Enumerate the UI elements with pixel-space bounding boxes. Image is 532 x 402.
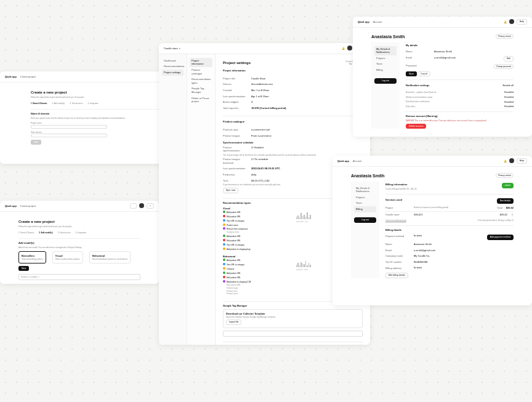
import-button[interactable]: Import file <box>226 320 241 325</box>
nav-projects[interactable]: Projects <box>354 195 376 201</box>
next-button[interactable]: Next <box>31 140 41 145</box>
nav-details[interactable]: My Details & Notifications <box>354 185 376 195</box>
nav-billing[interactable]: Billing <box>374 67 397 73</box>
toggle[interactable]: Enabled <box>504 90 514 94</box>
enable-all-toggle[interactable]: Enable all <box>502 84 514 87</box>
store-domain-input[interactable] <box>31 134 107 137</box>
bell-icon[interactable] <box>342 47 345 50</box>
list-item[interactable]: View URL to category <box>227 244 244 246</box>
learn-link[interactable]: Learn more about pricing <box>385 219 406 222</box>
model-card-visual[interactable]: Visual Show visually similar products <box>52 251 83 263</box>
brand[interactable]: Qwak app <box>5 204 17 208</box>
step-4[interactable]: 4. Integration <box>87 102 99 105</box>
subnav-gtm[interactable]: Google Tag Manager <box>190 86 212 95</box>
project-dropdown[interactable]: Candle store <box>164 47 180 50</box>
subnav-delete[interactable]: Delete or Pause project <box>190 95 212 105</box>
delete-account-button[interactable]: Delete account <box>406 124 426 129</box>
next-button[interactable]: Next <box>18 266 29 271</box>
nav-projects[interactable]: Projects <box>374 55 397 62</box>
list-item[interactable]: Edit product URL <box>227 276 241 279</box>
toggle[interactable]: Enabled <box>504 105 514 108</box>
avatar[interactable] <box>509 19 514 24</box>
nav-billing[interactable]: Billing <box>354 206 376 212</box>
list-item[interactable]: Default image <box>227 287 238 289</box>
list-item[interactable]: Add product URL <box>227 211 241 214</box>
list-item[interactable]: Edit product URL <box>227 239 241 242</box>
list-item[interactable]: Add product to shopping bag <box>227 248 250 251</box>
nav-team[interactable]: Team <box>354 200 376 206</box>
value: Mar 1 at 8:19am <box>251 89 363 92</box>
list-item[interactable]: Edit product URL <box>227 284 241 286</box>
add-payment-button[interactable]: Add payment method <box>487 235 514 240</box>
help-button[interactable]: Help <box>517 158 527 164</box>
see-details-button[interactable]: See details <box>497 198 514 204</box>
list-item[interactable]: Product name <box>227 224 238 227</box>
list-item[interactable]: Add product URL <box>227 259 241 262</box>
subnav-rec-types[interactable]: Recommendation types <box>190 76 212 86</box>
gtm-textarea[interactable] <box>223 331 363 337</box>
nav-recommendations[interactable]: Recommendations <box>162 63 183 70</box>
nav-create-project[interactable]: Create project <box>20 204 36 208</box>
step-3[interactable]: 3. Infrastructure <box>70 102 83 105</box>
nav-project-settings[interactable]: Project settings <box>162 70 183 76</box>
list-item[interactable]: Add product URL <box>227 235 241 238</box>
model-card-bestsellers[interactable]: Bestsellers Show bestselling products <box>18 251 46 263</box>
list-item[interactable]: Add product to shopping CTA <box>227 281 251 283</box>
step-1[interactable]: 1. Name & Domain <box>18 231 34 234</box>
nav-details[interactable]: My Details & Notifications <box>374 46 397 55</box>
cancel-button[interactable]: Cancel <box>417 71 430 76</box>
step-2[interactable]: 2. Add model(s) <box>39 231 52 234</box>
col-requests: Number of requests (current billing peri… <box>414 206 474 209</box>
model-card-behavioral[interactable]: Behavioral Recommendations based on user… <box>89 251 131 263</box>
subnav-info[interactable]: Project information <box>190 58 212 67</box>
list-item[interactable]: Remove from comparison <box>227 228 248 230</box>
change-password[interactable]: Change password <box>494 64 514 69</box>
logout-button[interactable]: Log out <box>374 78 397 84</box>
avatar[interactable] <box>139 203 144 208</box>
step-4[interactable]: 4. Integration <box>76 231 87 234</box>
help-button[interactable]: Help <box>517 19 527 25</box>
page-title: Create a new project <box>18 219 140 224</box>
header-btn[interactable] <box>130 203 137 209</box>
model-select[interactable]: Select a model <box>18 274 140 280</box>
list-item[interactable]: Product price <box>227 290 238 292</box>
row-menu-icon[interactable]: ⋮ <box>511 213 514 217</box>
brand[interactable]: Qwak app <box>358 20 369 24</box>
nav-account[interactable]: Account <box>353 159 361 163</box>
list-item[interactable]: Category name <box>227 231 240 233</box>
avatar[interactable] <box>509 158 514 163</box>
add-button[interactable]: + <box>147 203 154 209</box>
nav-create-project[interactable]: Create project <box>20 75 36 79</box>
bell-icon[interactable] <box>504 20 507 24</box>
nav-dashboard[interactable]: Dashboard <box>162 58 183 64</box>
avatar[interactable] <box>347 46 352 50</box>
brand[interactable]: Qwak app <box>5 75 17 79</box>
bell-icon[interactable] <box>504 159 507 163</box>
subtitle: Follow the steps below to get started an… <box>18 225 140 228</box>
logout-button[interactable]: Log out <box>354 217 376 223</box>
main-nav: Dashboard Recommendations Project settin… <box>159 54 187 345</box>
subnav-catalogue[interactable]: Product catalogue <box>190 67 212 76</box>
topbar: Qwak app Account Help <box>332 156 532 167</box>
save-button[interactable]: Save <box>406 71 417 76</box>
account-nav: My Details & Notifications Projects Team… <box>351 182 379 278</box>
toggle[interactable]: Enabled <box>504 95 514 99</box>
step-2[interactable]: 2. Add model(s) <box>52 102 65 105</box>
behavioral-list: Add product URL View URL to category Com… <box>223 259 290 296</box>
project-name-input[interactable] <box>31 125 107 129</box>
edit-billing-button[interactable]: Edit billing details <box>385 273 408 278</box>
toggle[interactable]: Enabled <box>504 100 514 104</box>
list-item[interactable]: View URL to category <box>227 263 244 266</box>
edit-button[interactable]: Edit <box>504 56 514 62</box>
sync-now-button[interactable]: Sync now <box>223 188 238 193</box>
step-3[interactable]: 3. Infrastructure <box>58 231 71 234</box>
brand[interactable]: Qwak app <box>337 159 349 163</box>
nav-team[interactable]: Team <box>374 61 397 67</box>
list-item[interactable]: Compare <box>227 268 234 270</box>
list-item[interactable]: Add product URL <box>227 272 241 275</box>
nav-account[interactable]: Account <box>373 20 382 24</box>
step-1[interactable]: 1. Name & Domain <box>31 102 47 105</box>
list-item[interactable]: View URL to category <box>227 220 244 222</box>
list-item[interactable]: Edit product URL <box>227 215 241 218</box>
list-item[interactable]: Product name <box>227 292 238 295</box>
